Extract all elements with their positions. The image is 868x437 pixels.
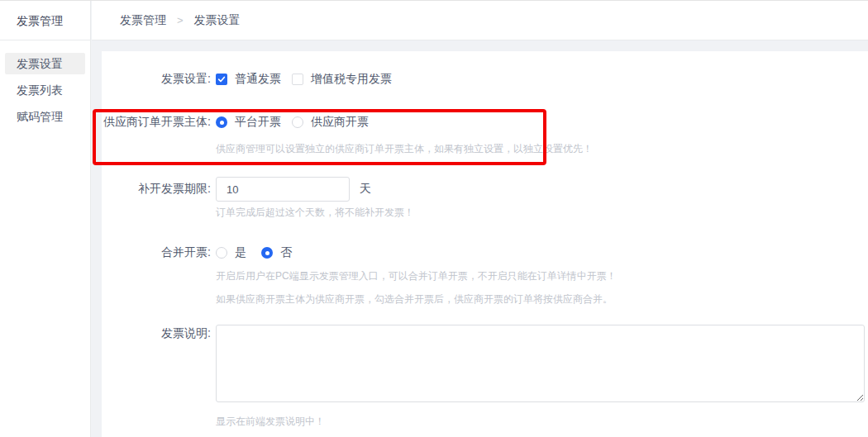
sidebar-item-label: 发票列表 [17, 83, 63, 97]
invoice-note-row: 发票说明: [102, 325, 868, 402]
sidebar: 发票管理 发票设置 发票列表 赋码管理 [0, 1, 91, 437]
checkbox-checked-icon [216, 74, 227, 85]
checkbox-unchecked-icon [292, 74, 303, 85]
main-content: 发票设置: 普通发票 增值税专用发票 供应商订单开票主体: 平台开票 [92, 41, 868, 437]
sidebar-item-invoice-list[interactable]: 发票列表 [5, 79, 85, 101]
radio-label: 平台开票 [235, 115, 281, 130]
merge-invoice-label: 合并开票: [102, 245, 216, 260]
supplier-subject-row: 供应商订单开票主体: 平台开票 供应商开票 [102, 115, 868, 130]
sidebar-title: 发票管理 [0, 1, 90, 40]
invoice-note-textarea[interactable] [216, 325, 865, 402]
radio-dot [220, 121, 224, 125]
breadcrumb: 发票管理 > 发票设置 [120, 13, 240, 28]
sidebar-item-invoice-settings[interactable]: 发票设置 [5, 53, 85, 74]
invoice-type-row: 发票设置: 普通发票 增值税专用发票 [102, 72, 868, 87]
reissue-deadline-input[interactable] [216, 177, 350, 202]
radio-checked-icon [216, 116, 227, 128]
radio-unchecked-icon [292, 116, 303, 128]
radio-option-platform-invoicing[interactable]: 平台开票 [216, 115, 281, 130]
radio-label: 否 [280, 245, 292, 260]
radio-option-no[interactable]: 否 [261, 245, 292, 260]
invoice-admin-page: 发票管理 发票设置 发票列表 赋码管理 发票管理 > 发票设置 发票设置: [0, 0, 868, 437]
merge-invoice-row: 合并开票: 是 否 [102, 245, 868, 260]
check-icon [217, 75, 226, 83]
topbar: 发票管理 > 发票设置 [92, 1, 868, 40]
sidebar-item-label: 赋码管理 [17, 110, 63, 123]
merge-invoice-help-text-1: 开启后用户在PC端显示发票管理入口，可以合并订单开票，不开启只能在订单详情中开票… [216, 269, 851, 283]
radio-option-supplier-invoicing[interactable]: 供应商开票 [292, 115, 369, 130]
sidebar-item-label: 发票设置 [17, 57, 63, 70]
supplier-subject-label: 供应商订单开票主体: [102, 115, 216, 130]
reissue-deadline-unit: 天 [360, 182, 371, 197]
reissue-deadline-row: 补开发票期限: 天 [102, 177, 868, 202]
settings-card: 发票设置: 普通发票 增值税专用发票 供应商订单开票主体: 平台开票 [102, 51, 868, 437]
checkbox-label: 增值税专用发票 [311, 72, 392, 87]
reissue-deadline-help-text: 订单完成后超过这个天数，将不能补开发票！ [216, 206, 851, 219]
sidebar-item-code-management[interactable]: 赋码管理 [5, 106, 85, 127]
breadcrumb-separator-icon: > [177, 14, 184, 26]
radio-label: 供应商开票 [311, 115, 369, 130]
reissue-deadline-label: 补开发票期限: [102, 182, 216, 197]
invoice-note-label: 发票说明: [102, 325, 216, 341]
checkbox-option-ordinary-invoice[interactable]: 普通发票 [216, 72, 281, 87]
supplier-subject-help-text: 供应商管理可以设置独立的供应商订单开票主体，如果有独立设置，以独立设置优先！ [216, 142, 851, 155]
breadcrumb-item-invoice-settings: 发票设置 [193, 13, 240, 26]
checkbox-label: 普通发票 [235, 72, 281, 87]
merge-invoice-help-text-2: 如果供应商开票主体为供应商开票，勾选合并开票后，供应商开票的订单将按供应商合并。 [216, 292, 851, 306]
checkbox-option-vat-special-invoice[interactable]: 增值税专用发票 [292, 72, 392, 87]
invoice-type-label: 发票设置: [102, 72, 216, 87]
breadcrumb-item-invoice-management[interactable]: 发票管理 [120, 13, 166, 26]
radio-checked-icon [261, 247, 273, 259]
radio-option-yes[interactable]: 是 [216, 245, 246, 260]
invoice-note-help-text: 显示在前端发票说明中！ [216, 415, 851, 428]
radio-label: 是 [235, 245, 246, 260]
radio-unchecked-icon [216, 247, 227, 259]
radio-dot [265, 251, 269, 255]
sidebar-menu: 发票设置 发票列表 赋码管理 [0, 40, 90, 127]
